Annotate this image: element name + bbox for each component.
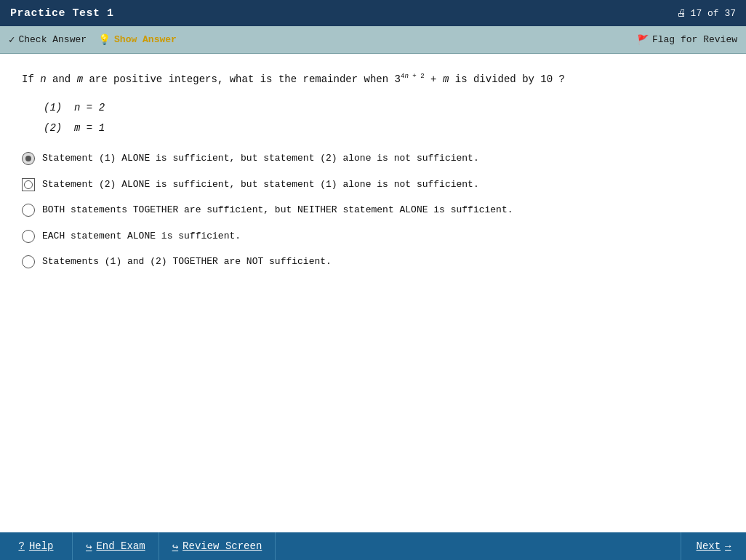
answer-options: Statement (1) ALONE is sufficient, but s… [22, 151, 724, 269]
option-b-text: Statement (2) ALONE is sufficient, but s… [42, 177, 479, 192]
question-area: If n and m are positive integers, what i… [0, 54, 746, 532]
option-b[interactable]: Statement (2) ALONE is sufficient, but s… [22, 177, 724, 192]
flag-icon: 🚩 [637, 34, 649, 46]
statement-1: (1) n = 2 [44, 102, 724, 113]
page-title: Practice Test 1 [10, 7, 114, 20]
next-button[interactable]: Next → [681, 532, 746, 560]
review-icon: ↪ [172, 540, 178, 553]
printer-icon: 🖨 [677, 8, 686, 19]
check-icon: ✓ [9, 33, 15, 46]
footer-bar: ? Help ↪ End Exam ↪ Review Screen Next → [0, 532, 746, 560]
radio-e[interactable] [22, 255, 35, 268]
option-c[interactable]: BOTH statements TOGETHER are sufficient,… [22, 203, 724, 217]
check-answer-button[interactable]: ✓ Check Answer [9, 33, 87, 46]
option-d[interactable]: EACH statement ALONE is sufficient. [22, 229, 724, 244]
toolbar: ✓ Check Answer 💡 Show Answer 🚩 Flag for … [0, 26, 746, 54]
radio-a[interactable] [22, 152, 35, 165]
progress-indicator: 🖨 17 of 37 [677, 8, 736, 19]
help-button[interactable]: ? Help [0, 532, 73, 560]
lightbulb-icon: 💡 [98, 33, 111, 46]
option-a-text: Statement (1) ALONE is sufficient, but s… [42, 151, 479, 166]
end-exam-icon: ↪ [86, 540, 92, 553]
end-exam-button[interactable]: ↪ End Exam [73, 532, 159, 560]
radio-c[interactable] [22, 204, 35, 217]
option-e[interactable]: Statements (1) and (2) TOGETHER are NOT … [22, 255, 724, 269]
radio-b[interactable] [22, 178, 35, 191]
option-c-text: BOTH statements TOGETHER are sufficient,… [42, 203, 513, 217]
statement-2: (2) m = 1 [44, 122, 724, 134]
toolbar-left: ✓ Check Answer 💡 Show Answer [9, 33, 177, 46]
review-screen-button[interactable]: ↪ Review Screen [159, 532, 276, 560]
flag-review-button[interactable]: 🚩 Flag for Review [637, 34, 737, 46]
radio-d[interactable] [22, 230, 35, 243]
option-d-text: EACH statement ALONE is sufficient. [42, 229, 241, 244]
footer-spacer [276, 532, 681, 560]
question-text: If n and m are positive integers, what i… [22, 71, 724, 87]
help-icon: ? [18, 540, 24, 552]
option-e-text: Statements (1) and (2) TOGETHER are NOT … [42, 255, 332, 269]
next-icon: → [725, 540, 731, 552]
show-answer-button[interactable]: 💡 Show Answer [98, 33, 177, 46]
option-a[interactable]: Statement (1) ALONE is sufficient, but s… [22, 151, 724, 166]
title-bar: Practice Test 1 🖨 17 of 37 [0, 0, 746, 26]
